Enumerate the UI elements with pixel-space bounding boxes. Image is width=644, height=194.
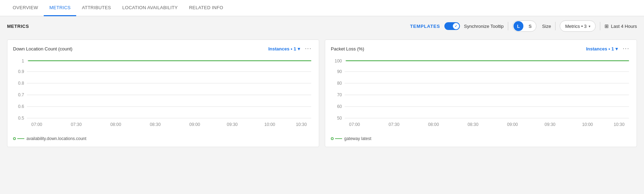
chevron-down-icon: ▾ — [589, 24, 590, 28]
svg-text:1: 1 — [22, 59, 24, 63]
toolbar-controls: TEMPLATES ✓ Synchronize Tooltip L S Size… — [410, 20, 637, 32]
svg-text:07:30: 07:30 — [389, 122, 400, 127]
more-button-2[interactable]: ··· — [621, 46, 631, 52]
tab-location-availability[interactable]: LOCATION AVAILABILITY — [117, 0, 183, 16]
toggle-knob: ✓ — [453, 23, 459, 29]
svg-text:07:30: 07:30 — [71, 122, 82, 127]
metrics-filter-button[interactable]: Metrics • 3 ▾ — [560, 20, 596, 32]
chart-packet-loss: Packet Loss (%) Instances • 1 ▾ ··· 100 … — [325, 40, 637, 147]
svg-text:07:00: 07:00 — [31, 122, 42, 127]
svg-text:08:30: 08:30 — [150, 122, 161, 127]
time-range-label: Last 4 Hours — [611, 24, 637, 29]
svg-text:08:30: 08:30 — [468, 122, 479, 127]
svg-text:50: 50 — [337, 116, 342, 121]
svg-text:90: 90 — [337, 69, 342, 74]
divider-2 — [555, 22, 555, 30]
instances-chevron-2: ▾ — [615, 46, 618, 51]
divider-1 — [508, 22, 508, 30]
svg-text:0.8: 0.8 — [18, 81, 24, 86]
svg-text:08:00: 08:00 — [428, 122, 439, 127]
chart-svg-1: 1 0.9 0.8 0.7 0.6 0.5 07:00 07:30 08:00 … — [13, 56, 313, 135]
legend-text-2: gateway latest — [344, 136, 371, 141]
svg-text:70: 70 — [337, 92, 342, 97]
svg-text:0.5: 0.5 — [18, 116, 24, 121]
templates-toggle[interactable]: ✓ — [444, 22, 460, 30]
legend-dash-1 — [17, 138, 24, 139]
svg-text:0.9: 0.9 — [18, 69, 24, 74]
chart-svg-element-1: 1 0.9 0.8 0.7 0.6 0.5 07:00 07:30 08:00 … — [13, 56, 313, 134]
size-btn-L[interactable]: L — [514, 21, 523, 31]
svg-text:100: 100 — [335, 59, 342, 63]
chart-title-2: Packet Loss (%) — [331, 46, 586, 51]
chart-legend-1: availability.down.locations.count — [13, 136, 313, 141]
svg-text:0.6: 0.6 — [18, 104, 24, 109]
instances-label-1: Instances • 1 — [268, 46, 296, 51]
chart-svg-element-2: 100 90 80 70 60 50 07:00 07:30 08:00 08:… — [331, 56, 631, 134]
tab-related-info[interactable]: RELATED INFO — [183, 0, 229, 16]
legend-text-1: availability.down.locations.count — [26, 136, 86, 141]
time-range-button[interactable]: ⊞ Last 4 Hours — [604, 23, 637, 29]
check-icon: ✓ — [455, 24, 457, 28]
legend-circle-1 — [13, 137, 16, 140]
legend-dash-2 — [335, 138, 342, 139]
chart-legend-2: gateway latest — [331, 136, 631, 141]
chart-down-location-count: Down Location Count (count) Instances • … — [7, 40, 319, 147]
svg-text:10:30: 10:30 — [614, 122, 625, 127]
instances-link-2[interactable]: Instances • 1 ▾ — [586, 46, 618, 51]
sync-tooltip-label: Synchronize Tooltip — [464, 24, 504, 29]
svg-text:09:30: 09:30 — [227, 122, 238, 127]
chart-header-2: Packet Loss (%) Instances • 1 ▾ ··· — [331, 46, 631, 52]
svg-text:0.7: 0.7 — [18, 92, 24, 97]
instances-link-1[interactable]: Instances • 1 ▾ — [268, 46, 300, 51]
size-btn-S[interactable]: S — [524, 20, 536, 32]
charts-area: Down Location Count (count) Instances • … — [0, 36, 644, 154]
svg-text:09:00: 09:00 — [507, 122, 518, 127]
svg-text:09:30: 09:30 — [545, 122, 555, 127]
chart-title-1: Down Location Count (count) — [13, 46, 268, 51]
legend-line-2 — [331, 137, 342, 140]
instances-chevron-1: ▾ — [298, 46, 300, 51]
size-toggle-group[interactable]: L S — [512, 20, 536, 32]
metrics-section-label: METRICS — [7, 24, 405, 29]
svg-text:10:00: 10:00 — [264, 122, 275, 127]
svg-text:09:00: 09:00 — [189, 122, 200, 127]
svg-text:80: 80 — [337, 81, 342, 86]
tab-metrics[interactable]: METRICS — [44, 0, 76, 16]
svg-text:10:30: 10:30 — [296, 122, 307, 127]
legend-circle-2 — [331, 137, 334, 140]
instances-label-2: Instances • 1 — [586, 46, 614, 51]
svg-text:07:00: 07:00 — [349, 122, 360, 127]
legend-line-1 — [13, 137, 24, 140]
more-button-1[interactable]: ··· — [304, 46, 313, 52]
time-icon: ⊞ — [604, 23, 609, 29]
chart-header-1: Down Location Count (count) Instances • … — [13, 46, 313, 52]
metrics-toolbar: METRICS TEMPLATES ✓ Synchronize Tooltip … — [0, 16, 644, 36]
tab-overview[interactable]: OVERVIEW — [7, 0, 44, 16]
svg-text:60: 60 — [337, 104, 342, 109]
top-navigation: OVERVIEW METRICS ATTRIBUTES LOCATION AVA… — [0, 0, 644, 16]
tab-attributes[interactable]: ATTRIBUTES — [76, 0, 117, 16]
svg-text:08:00: 08:00 — [110, 122, 121, 127]
svg-text:10:00: 10:00 — [582, 122, 593, 127]
templates-label: TEMPLATES — [410, 24, 440, 29]
divider-3 — [600, 22, 600, 30]
metrics-filter-label: Metrics • 3 — [565, 24, 587, 29]
chart-svg-2: 100 90 80 70 60 50 07:00 07:30 08:00 08:… — [331, 56, 631, 135]
size-label: Size — [542, 24, 551, 29]
